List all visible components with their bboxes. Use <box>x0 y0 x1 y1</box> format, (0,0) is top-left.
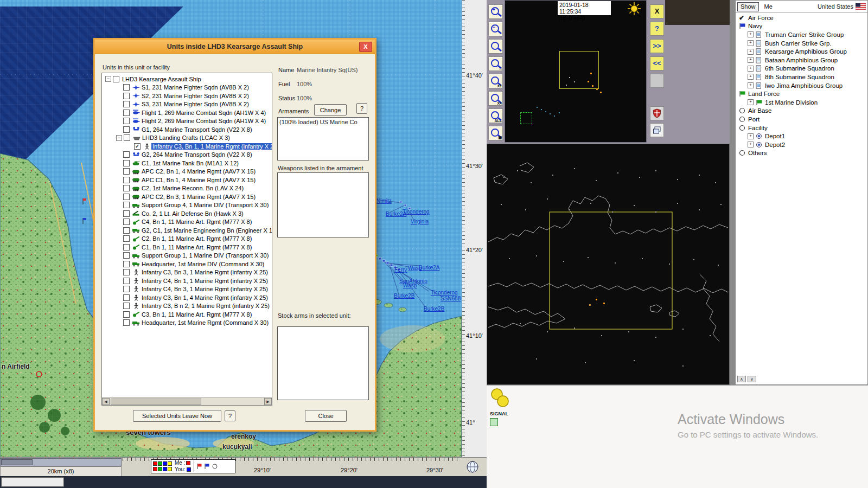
scroll-down-button[interactable]: ∨ <box>748 376 756 382</box>
zoom-window-button[interactable] <box>488 39 503 54</box>
scroll-right-button[interactable]: ▶ <box>264 398 272 405</box>
unit-tree-item[interactable]: ✓Infantry C3, Bn 1, 1 Marine Rgmt (infan… <box>103 142 272 151</box>
tree-expander[interactable]: + <box>748 74 754 80</box>
unit-checkbox[interactable] <box>123 118 130 124</box>
panel-layers-button[interactable] <box>650 123 664 137</box>
tree-horizontal-scrollbar[interactable]: ◀ ▶ <box>102 397 272 405</box>
unit-tree-item[interactable]: C2, Bn 1, 11 Marine Art. Rgmt (M777 X 8) <box>103 235 272 243</box>
signal-widget[interactable]: SIGNAL <box>490 388 514 426</box>
unit-tree-item[interactable]: Headquarter, 1st Marine Rgmt (Command X … <box>103 319 272 328</box>
roster-item[interactable]: Port <box>737 115 866 124</box>
strategic-map[interactable] <box>487 144 730 385</box>
unit-checkbox[interactable] <box>123 261 130 267</box>
panel-help-button[interactable]: ? <box>650 22 664 36</box>
unit-tree-item[interactable]: Infantry C4, Bn 1, 1 Marine Rgmt (infant… <box>103 277 272 285</box>
roster-item[interactable]: +Depot1 <box>737 132 866 140</box>
armament-help-button[interactable]: ? <box>356 103 367 114</box>
scrollbar-thumb[interactable] <box>1 459 33 465</box>
unit-map-label[interactable]: Ticonderog <box>403 209 430 215</box>
signal-icon[interactable] <box>490 388 510 408</box>
map-horizontal-scrollbar[interactable] <box>0 458 122 466</box>
unit-checkbox[interactable] <box>123 177 130 183</box>
unit-map-label[interactable]: Burke2B <box>394 293 414 299</box>
zoom-all-button[interactable]: ALL <box>488 108 503 123</box>
unit-checkbox[interactable] <box>123 101 130 107</box>
scroll-up-button[interactable]: ∧ <box>737 376 746 382</box>
roster-item[interactable]: ✔Air Force <box>737 14 866 22</box>
tree-expander[interactable]: + <box>748 66 754 72</box>
unit-checkbox[interactable] <box>123 311 130 318</box>
panel-blank-button[interactable] <box>650 74 664 88</box>
unit-checkbox[interactable] <box>123 235 130 242</box>
roster-item[interactable]: +Iwo Jima Amphibious Group <box>737 81 866 90</box>
change-armament-button[interactable]: Change <box>314 104 347 115</box>
dialog-close-button[interactable]: X <box>359 42 372 52</box>
unit-checkbox[interactable] <box>123 294 130 301</box>
unit-tree-item[interactable]: C1, Bn 1, 11 Marine Art. Rgmt (M777 X 8) <box>103 243 272 252</box>
tree-expander[interactable]: + <box>748 49 754 55</box>
unit-checkbox[interactable] <box>123 168 130 175</box>
zoom-pan-button[interactable]: □ <box>488 56 503 71</box>
unit-checkbox[interactable] <box>123 286 130 292</box>
unit-tree-item[interactable]: Flight 1, 269 Marine Combat Sqdn (AH1W X… <box>103 108 272 117</box>
globe-icon[interactable] <box>465 460 481 474</box>
unit-tree-item[interactable]: Co. 2, 1 Lt. Air Defense Bn (Hawk X 3) <box>103 209 272 218</box>
roster-item[interactable]: +Bataan Amphibious Group <box>737 56 866 65</box>
scrollbar-track[interactable] <box>110 398 264 405</box>
tree-expander[interactable]: + <box>748 133 754 139</box>
unit-tree-item[interactable]: Infantry C3, Bn 3, 1 Marine Rgmt (infant… <box>103 268 272 277</box>
dialog-titlebar[interactable]: Units inside LHD3 Kearsarge Assault Ship… <box>95 40 375 54</box>
unit-checkbox[interactable] <box>123 278 130 284</box>
panel-close-button[interactable]: X <box>650 4 664 18</box>
unit-tree-item[interactable]: C2, 1st Marine Reconn. Bn (LAV X 24) <box>103 184 272 193</box>
unit-tree-item[interactable]: G2, C1, 1st Marine Engineering Bn (Engin… <box>103 226 272 235</box>
unit-checkbox[interactable] <box>123 160 130 166</box>
unit-map-label[interactable]: Burke2A <box>419 265 439 271</box>
roster-item[interactable]: Facility <box>737 124 866 132</box>
unit-map-label[interactable]: Ticonderog <box>431 290 458 296</box>
unit-tree-item[interactable]: −LHD3 Kearsarge Assault Ship <box>103 75 272 84</box>
unit-tree-item[interactable]: S3, 231 Marine Fighter Sqdn (AV8B X 2) <box>103 100 272 109</box>
roster-item[interactable]: +6th Submarine Squadron <box>737 65 866 73</box>
roster-item[interactable]: +1st Marine Division <box>737 98 866 107</box>
unit-checkbox[interactable] <box>123 227 130 234</box>
unit-checkbox[interactable] <box>123 84 130 91</box>
roster-item[interactable]: Land Force <box>737 89 866 98</box>
tree-expander[interactable]: + <box>748 99 754 105</box>
unit-checkbox[interactable] <box>123 126 130 133</box>
zoom-1x-button[interactable]: X1 <box>488 74 503 88</box>
unit-tree-item[interactable]: Infantry C3, B n 2, 1 Marine Rgmt (infan… <box>103 302 272 311</box>
unit-checkbox[interactable] <box>123 219 130 225</box>
unit-map-label[interactable]: Ferry <box>394 267 407 273</box>
unit-checkbox[interactable] <box>123 210 130 217</box>
unit-tree-item[interactable]: Infantry C4, Bn 3, 1 Marine Rgmt (infant… <box>103 285 272 294</box>
roster-item[interactable]: Navy <box>737 22 866 31</box>
scrollbar-thumb[interactable] <box>111 399 201 405</box>
unit-checkbox[interactable] <box>123 185 130 191</box>
unit-tree-item[interactable]: Headquarter, 1st Marine DIV (Command X 3… <box>103 260 272 268</box>
tree-expander[interactable]: + <box>748 142 754 147</box>
zoom-out-button[interactable]: − <box>488 22 503 36</box>
unit-tree-item[interactable]: S1, 231 Marine Fighter Sqdn (AV8B X 2) <box>103 84 272 92</box>
roster-item[interactable]: Others <box>737 149 866 158</box>
unit-tree-item[interactable]: APC C1, Bn 1, 4 Marine Rgmt (AAV7 X 15) <box>103 176 272 184</box>
unit-checkbox[interactable] <box>123 202 130 208</box>
show-button[interactable]: Show <box>737 2 759 11</box>
unit-checkbox[interactable] <box>123 110 130 116</box>
unit-map-label[interactable]: SSN688 <box>441 296 461 301</box>
unit-map-label[interactable]: Burke2B <box>424 306 444 312</box>
unit-map-label[interactable]: Wasp <box>403 282 417 288</box>
unit-tree-item[interactable]: C3, Bn 1, 11 Marine Art. Rgmt (M777 X 8) <box>103 310 272 319</box>
unit-checkbox[interactable] <box>123 303 130 309</box>
units-tree[interactable]: −LHD3 Kearsarge Assault ShipS1, 231 Mari… <box>101 73 272 406</box>
unit-map-label[interactable]: Nimitz <box>376 198 392 204</box>
scroll-left-button[interactable]: ◀ <box>102 398 110 405</box>
unit-checkbox[interactable]: ✓ <box>134 143 141 150</box>
unit-checkbox[interactable] <box>123 93 130 99</box>
tree-expander[interactable]: + <box>748 40 754 46</box>
unit-tree-item[interactable]: C4, Bn 1, 11 Marine Art. Rgmt (M777 X 8) <box>103 218 272 227</box>
roster-item[interactable]: +Depot2 <box>737 140 866 149</box>
unit-tree-item[interactable]: G1, 264 Marine Transport Sqdn (V22 X 8) <box>103 125 272 134</box>
panel-prev-button[interactable]: << <box>650 56 664 70</box>
unit-tree-item[interactable]: S2, 231 Marine Fighter Sqdn (AV8B X 2) <box>103 92 272 100</box>
